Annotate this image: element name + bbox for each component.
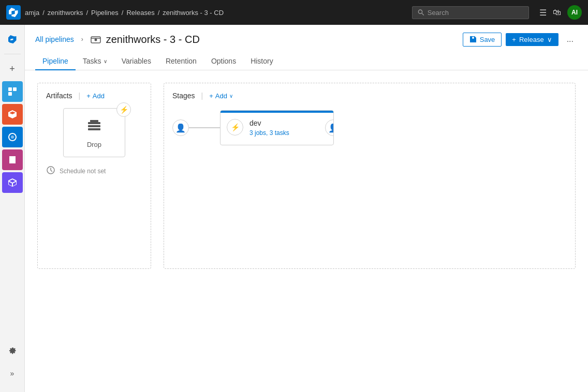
all-pipelines-link[interactable]: All pipelines <box>35 35 74 43</box>
svg-rect-2 <box>8 87 12 91</box>
tasks-chevron-icon: ∨ <box>104 58 107 64</box>
stages-sep: | <box>201 92 203 100</box>
svg-point-7 <box>94 39 97 41</box>
tab-history[interactable]: History <box>243 53 281 70</box>
stage-area: 👤 ⚡ dev 3 jobs, 3 tasks <box>172 110 567 145</box>
sidebar-item-settings[interactable] <box>2 340 23 361</box>
artifact-trigger-icon: ⚡ <box>120 105 128 114</box>
pipeline-title-left: All pipelines › zenithworks - 3 - CD <box>35 34 200 46</box>
pipeline-tabs: Pipeline Tasks ∨ Variables Retention Opt… <box>35 53 578 70</box>
release-plus-icon: + <box>512 36 516 43</box>
svg-rect-8 <box>88 122 100 124</box>
topbar: amja / zenithworks / Pipelines / Release… <box>0 0 588 25</box>
sidebar-item-testplans[interactable] <box>2 149 23 170</box>
svg-rect-9 <box>88 125 100 127</box>
svg-line-1 <box>422 13 424 15</box>
artifacts-add-button[interactable]: + Add <box>86 92 105 100</box>
stages-panel: Stages | + Add ∨ 👤 <box>164 83 576 269</box>
release-button[interactable]: + Release ∨ <box>506 33 558 46</box>
tab-variables[interactable]: Variables <box>114 53 158 70</box>
pre-approvals-person-icon: 👤 <box>175 123 186 133</box>
stage-info: dev 3 jobs, 3 tasks <box>249 119 325 137</box>
breadcrumb-releases[interactable]: Releases <box>126 9 154 17</box>
pipeline-sections: Artifacts | + Add ⚡ <box>37 83 576 269</box>
pipeline-canvas: Artifacts | + Add ⚡ <box>25 70 588 392</box>
svg-rect-3 <box>13 87 17 91</box>
pipeline-title-row: All pipelines › zenithworks - 3 - CD <box>35 32 578 47</box>
tab-tasks[interactable]: Tasks ∨ <box>76 53 114 70</box>
sidebar-item-collapse[interactable]: » <box>2 363 23 384</box>
svg-point-5 <box>11 135 14 139</box>
stages-add-plus-icon: + <box>209 92 213 100</box>
pipeline-header: All pipelines › zenithworks - 3 - CD <box>25 25 588 70</box>
artifacts-label: Artifacts <box>46 92 72 100</box>
stage-pre-approvals-button[interactable]: 👤 <box>172 119 189 136</box>
artifacts-add-plus-icon: + <box>86 92 91 100</box>
sidebar-item-add[interactable]: + <box>2 58 23 79</box>
stage-card-body: ⚡ dev 3 jobs, 3 tasks <box>220 113 333 145</box>
sidebar-item-boards[interactable] <box>2 81 23 102</box>
breadcrumb-current: zenithworks - 3 - CD <box>163 9 224 17</box>
stages-header: Stages | + Add ∨ <box>172 92 567 100</box>
breadcrumb-sep-1: / <box>42 9 45 17</box>
stages-label: Stages <box>172 92 195 100</box>
search-icon <box>418 9 424 16</box>
more-options-button[interactable]: ... <box>563 32 578 47</box>
artifacts-panel: Artifacts | + Add ⚡ <box>37 83 151 269</box>
svg-rect-11 <box>90 120 98 122</box>
breadcrumb-sep-2: / <box>86 9 88 17</box>
search-input[interactable] <box>428 9 523 17</box>
schedule-item[interactable]: Schedule not set <box>46 165 142 177</box>
pipeline-title-right: Save + Release ∨ ... <box>463 32 578 47</box>
content-area: All pipelines › zenithworks - 3 - CD <box>25 25 588 392</box>
pipeline-cd-icon <box>91 34 101 44</box>
azure-devops-logo[interactable] <box>6 5 21 20</box>
artifacts-sep: | <box>79 92 81 100</box>
search-box[interactable] <box>412 6 529 19</box>
breadcrumb-org[interactable]: amja <box>25 9 39 17</box>
tab-retention[interactable]: Retention <box>158 53 204 70</box>
save-button[interactable]: Save <box>463 33 502 47</box>
sidebar-item-artifacts[interactable] <box>2 172 23 193</box>
bag-icon[interactable]: 🛍 <box>553 8 561 17</box>
svg-rect-4 <box>8 92 12 96</box>
release-chevron-icon: ∨ <box>547 36 552 43</box>
artifact-name: Drop <box>87 141 101 148</box>
stages-add-chevron-icon: ∨ <box>229 93 233 99</box>
sidebar-item-pipelines[interactable] <box>2 127 23 147</box>
stage-person-icon: 👤 <box>328 123 334 133</box>
tab-pipeline[interactable]: Pipeline <box>35 53 76 70</box>
tab-options[interactable]: Options <box>204 53 243 70</box>
stage-name: dev <box>249 119 325 127</box>
breadcrumb-section[interactable]: Pipelines <box>91 9 119 17</box>
main-layout: + <box>0 25 588 392</box>
breadcrumb-sep-4: / <box>158 9 160 17</box>
user-avatar[interactable]: AI <box>567 5 582 20</box>
stage-connector <box>189 127 220 128</box>
stage-meta: 3 jobs, 3 tasks <box>249 129 325 137</box>
title-breadcrumb-arrow: › <box>81 36 83 43</box>
pipeline-name: zenithworks - 3 - CD <box>106 34 200 46</box>
breadcrumb-sep-3: / <box>122 9 124 17</box>
breadcrumb: amja / zenithworks / Pipelines / Release… <box>25 9 224 17</box>
topbar-actions: ☰ 🛍 AI <box>539 5 582 20</box>
svg-point-0 <box>418 10 422 13</box>
list-icon[interactable]: ☰ <box>539 8 547 18</box>
artifact-drop-icon <box>86 117 102 137</box>
svg-rect-10 <box>88 128 100 130</box>
artifact-trigger-button[interactable]: ⚡ <box>116 102 131 117</box>
sidebar-item-repos[interactable] <box>2 104 23 125</box>
stages-add-button[interactable]: + Add ∨ <box>209 92 233 100</box>
stage-trigger-button[interactable]: ⚡ <box>227 119 243 135</box>
schedule-icon <box>46 165 55 177</box>
sidebar: + <box>0 25 25 392</box>
breadcrumb-project[interactable]: zenithworks <box>48 9 83 17</box>
artifact-card[interactable]: ⚡ Drop <box>63 108 125 157</box>
stage-card-dev[interactable]: ⚡ dev 3 jobs, 3 tasks 👤 <box>220 110 334 145</box>
stage-lightning-icon: ⚡ <box>231 123 240 131</box>
sidebar-item-home[interactable] <box>2 29 23 50</box>
schedule-label: Schedule not set <box>60 168 106 175</box>
artifacts-header: Artifacts | + Add <box>46 92 142 100</box>
